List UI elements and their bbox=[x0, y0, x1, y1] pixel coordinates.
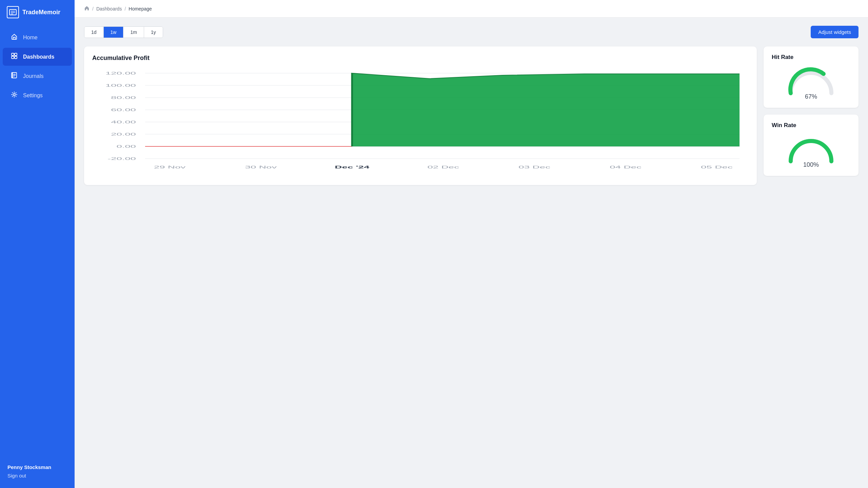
sidebar-item-journals-label: Journals bbox=[23, 73, 43, 79]
sidebar-item-settings-label: Settings bbox=[23, 93, 43, 99]
svg-text:Dec '24: Dec '24 bbox=[335, 165, 370, 169]
win-rate-svg bbox=[784, 134, 838, 165]
widgets-row: Accumulative Profit 120.00 100.00 80.00 … bbox=[84, 46, 859, 185]
time-btn-1y[interactable]: 1y bbox=[144, 27, 163, 38]
win-rate-title: Win Rate bbox=[772, 122, 850, 129]
sidebar: TradeMemoir Home Dashboards bbox=[0, 0, 75, 488]
svg-text:05 Dec: 05 Dec bbox=[701, 165, 733, 169]
profit-widget: Accumulative Profit 120.00 100.00 80.00 … bbox=[84, 46, 757, 185]
home-breadcrumb-icon bbox=[84, 5, 90, 12]
right-column: Hit Rate 67% Win Rate bbox=[764, 46, 859, 176]
hit-rate-title: Hit Rate bbox=[772, 54, 850, 61]
sign-out-button[interactable]: Sign out bbox=[7, 473, 67, 479]
dashboards-icon bbox=[10, 53, 18, 61]
svg-rect-4 bbox=[12, 53, 14, 56]
svg-text:-20.00: -20.00 bbox=[107, 157, 136, 161]
sidebar-item-settings[interactable]: Settings bbox=[3, 86, 72, 104]
hit-rate-gauge: 67% bbox=[772, 66, 850, 100]
hit-rate-widget: Hit Rate 67% bbox=[764, 46, 859, 108]
sidebar-item-dashboards[interactable]: Dashboards bbox=[3, 48, 72, 66]
svg-point-14 bbox=[13, 94, 15, 96]
home-icon bbox=[10, 33, 18, 42]
svg-text:0.00: 0.00 bbox=[117, 144, 136, 148]
journals-icon bbox=[10, 72, 18, 80]
breadcrumb: / Dashboards / Homepage bbox=[75, 0, 868, 18]
svg-marker-33 bbox=[352, 73, 739, 146]
svg-rect-6 bbox=[12, 56, 14, 59]
filter-bar: 1d 1w 1m 1y Adjust widgets bbox=[84, 26, 859, 38]
sidebar-item-dashboards-label: Dashboards bbox=[23, 54, 54, 60]
user-name: Penny Stocksman bbox=[7, 464, 67, 470]
win-rate-value: 100% bbox=[803, 161, 819, 168]
profit-chart-title: Accumulative Profit bbox=[92, 55, 749, 62]
breadcrumb-dashboards[interactable]: Dashboards bbox=[96, 6, 122, 12]
svg-text:40.00: 40.00 bbox=[111, 120, 136, 124]
sidebar-item-home-label: Home bbox=[23, 35, 38, 41]
svg-text:20.00: 20.00 bbox=[111, 132, 136, 136]
nav-items: Home Dashboards bbox=[0, 28, 75, 458]
profit-chart-svg: 120.00 100.00 80.00 60.00 40.00 20.00 0.… bbox=[92, 68, 749, 177]
time-btn-1d[interactable]: 1d bbox=[84, 27, 104, 38]
time-btn-1m[interactable]: 1m bbox=[123, 27, 144, 38]
breadcrumb-sep-2: / bbox=[124, 6, 126, 12]
svg-text:60.00: 60.00 bbox=[111, 108, 136, 112]
svg-text:30 Nov: 30 Nov bbox=[245, 165, 277, 169]
win-rate-widget: Win Rate 100% bbox=[764, 115, 859, 176]
main-content: / Dashboards / Homepage 1d 1w 1m 1y Adju… bbox=[75, 0, 868, 488]
profit-chart-area: 120.00 100.00 80.00 60.00 40.00 20.00 0.… bbox=[92, 68, 749, 177]
sidebar-item-home[interactable]: Home bbox=[3, 28, 72, 46]
svg-rect-5 bbox=[15, 53, 17, 56]
adjust-widgets-button[interactable]: Adjust widgets bbox=[811, 26, 859, 38]
time-filter-group: 1d 1w 1m 1y bbox=[84, 26, 163, 38]
hit-rate-svg bbox=[784, 66, 838, 97]
logo-icon bbox=[7, 6, 19, 18]
content-area: 1d 1w 1m 1y Adjust widgets Accumulative … bbox=[75, 18, 868, 488]
settings-icon bbox=[10, 91, 18, 100]
svg-rect-7 bbox=[15, 56, 17, 59]
hit-rate-value: 67% bbox=[805, 93, 817, 100]
sidebar-item-journals[interactable]: Journals bbox=[3, 67, 72, 85]
sidebar-bottom: Penny Stocksman Sign out bbox=[0, 458, 75, 488]
breadcrumb-homepage: Homepage bbox=[129, 6, 152, 12]
logo-area: TradeMemoir bbox=[0, 0, 75, 24]
svg-text:100.00: 100.00 bbox=[105, 83, 136, 87]
logo-text: TradeMemoir bbox=[22, 9, 60, 16]
svg-text:29 Nov: 29 Nov bbox=[154, 165, 186, 169]
time-btn-1w[interactable]: 1w bbox=[104, 27, 124, 38]
svg-text:120.00: 120.00 bbox=[105, 71, 136, 75]
svg-text:80.00: 80.00 bbox=[111, 96, 136, 100]
win-rate-gauge: 100% bbox=[772, 134, 850, 168]
svg-text:02 Dec: 02 Dec bbox=[427, 165, 459, 169]
svg-text:03 Dec: 03 Dec bbox=[518, 165, 550, 169]
svg-text:04 Dec: 04 Dec bbox=[610, 165, 642, 169]
breadcrumb-sep-1: / bbox=[92, 6, 94, 12]
